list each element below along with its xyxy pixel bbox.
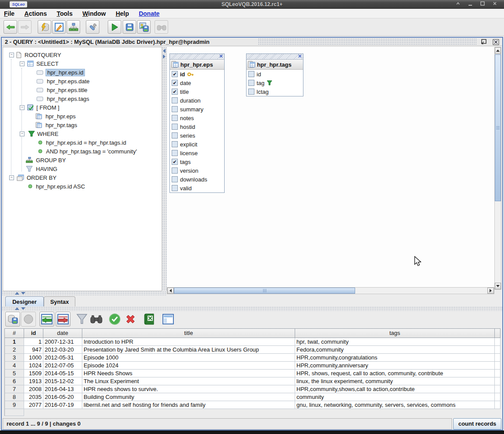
tree-node-select[interactable]: − SELECT (3, 59, 59, 68)
frame-close-button[interactable] (491, 38, 500, 46)
stop-button[interactable] (21, 312, 36, 327)
cell-date[interactable]: 2007-12-31 (43, 338, 82, 346)
checkbox[interactable] (172, 124, 178, 130)
cell-tags[interactable]: linux, the linux experiment, community (295, 377, 495, 385)
menu-actions[interactable]: Actions (21, 9, 51, 18)
cell-id[interactable]: 2008 (24, 385, 43, 393)
field-row[interactable]: license (170, 149, 224, 157)
column-header-tags[interactable]: tags (295, 328, 495, 338)
checkbox[interactable] (172, 97, 178, 103)
checkbox[interactable]: ✔ (172, 71, 178, 77)
cell-date[interactable]: 2014-05-15 (43, 370, 82, 377)
cell-title[interactable]: Presentation by Jared Smith at the Colum… (82, 346, 295, 354)
checkbox[interactable] (172, 132, 178, 139)
rollback-button[interactable] (123, 312, 138, 327)
table-row[interactable]: 6 1913 2015-12-02 The Linux Experiment l… (4, 377, 500, 385)
cell-tags[interactable]: community (295, 393, 495, 401)
tree-diagram-splitter[interactable] (162, 47, 167, 291)
tree-node-where[interactable]: − WHERE (3, 129, 58, 138)
checkbox[interactable]: ✔ (172, 159, 178, 165)
cell-date[interactable]: 2012-05-31 (43, 354, 82, 362)
checkbox[interactable] (248, 71, 254, 77)
field-row[interactable]: ✔date (170, 78, 224, 87)
field-row[interactable]: series (170, 131, 224, 140)
fetch-next-button[interactable] (56, 312, 70, 327)
menu-file[interactable]: File (0, 9, 18, 18)
cell-num[interactable]: 9 (4, 401, 24, 409)
cell-tags[interactable]: HPR,community,shows,call to action,contr… (295, 385, 495, 393)
tree-node-condition[interactable]: AND hpr_hpr.tags.tag = 'community' (3, 147, 137, 156)
pin-db-button[interactable] (5, 312, 20, 327)
cell-tags[interactable]: HPR,community,anniversary (295, 362, 495, 370)
diagram-vscrollbar[interactable] (494, 47, 501, 290)
tab-designer[interactable]: Designer (5, 296, 44, 307)
scroll-up-button[interactable] (495, 47, 501, 54)
cell-tags[interactable]: HPR,community,congratulations (295, 354, 495, 362)
hscrollbar-thumb[interactable] (174, 288, 355, 294)
table-row[interactable]: 3 1000 2012-05-31 Episode 1000 HPR,commu… (4, 354, 500, 362)
checkbox[interactable] (172, 185, 178, 191)
field-row[interactable]: explicit (170, 140, 224, 149)
field-row[interactable]: ✔title (170, 87, 224, 96)
scroll-left-button[interactable] (167, 288, 174, 294)
checkbox[interactable] (248, 89, 254, 95)
cell-id[interactable]: 1 (24, 338, 43, 346)
checkbox[interactable] (172, 176, 178, 182)
cell-title[interactable]: Episode 1000 (82, 354, 295, 362)
new-query-button[interactable] (52, 20, 66, 34)
cell-date[interactable]: 2012-03-20 (43, 346, 82, 354)
checkbox[interactable]: ✔ (172, 89, 178, 95)
minimize-button[interactable] (468, 1, 477, 8)
field-row[interactable]: ✔id (170, 70, 224, 78)
card-drag-handle[interactable] (247, 54, 303, 60)
field-row[interactable]: duration (170, 96, 224, 105)
checkbox[interactable] (172, 141, 178, 147)
field-row[interactable]: tag (247, 78, 303, 87)
cell-date[interactable]: 2012-07-05 (43, 362, 82, 370)
back-button[interactable] (4, 20, 17, 34)
table-row[interactable]: 2 947 2012-03-20 Presentation by Jared S… (4, 346, 500, 354)
frame-restore-button[interactable] (479, 38, 488, 46)
cell-date[interactable]: 2016-04-13 (43, 385, 82, 393)
cell-date[interactable]: 2016-07-19 (43, 401, 82, 409)
table-card-eps[interactable]: hpr_hpr.eps ✔id ✔date ✔title duration su… (169, 53, 225, 193)
diagram-panel[interactable]: hpr_hpr.eps ✔id ✔date ✔title duration su… (167, 47, 494, 287)
tree-node-condition[interactable]: hpr_hpr.eps.id = hpr_hpr.tags.id (3, 138, 126, 147)
field-row[interactable]: valid (170, 184, 224, 192)
checkbox[interactable] (248, 80, 254, 86)
forward-button[interactable] (18, 20, 32, 34)
card-close-icon[interactable] (219, 54, 223, 58)
tree-node-groupby[interactable]: GROUP BY (3, 156, 66, 164)
tree-node-orderby[interactable]: − ORDER BY (3, 173, 56, 182)
fetch-previous-button[interactable] (39, 312, 54, 327)
checkbox[interactable] (172, 150, 178, 156)
cell-id[interactable]: 1913 (24, 377, 43, 385)
schema-button[interactable] (67, 20, 80, 34)
expander-icon[interactable]: − (20, 61, 25, 66)
menu-tools[interactable]: Tools (53, 9, 76, 18)
tree-node-column[interactable]: hpr_hpr.eps.date (3, 77, 90, 85)
cell-num[interactable]: 3 (4, 354, 24, 362)
grid-splitter[interactable] (2, 306, 502, 311)
tree-node-from[interactable]: − [ FROM ] (3, 103, 60, 112)
find-button[interactable] (89, 312, 104, 327)
save-as-button[interactable] (137, 20, 151, 34)
expander-icon[interactable]: − (9, 53, 14, 57)
field-row[interactable]: lctag (247, 87, 303, 96)
cell-num[interactable]: 7 (4, 385, 24, 393)
field-row[interactable]: ✔tags (170, 157, 224, 166)
maximize-button[interactable] (480, 1, 490, 8)
menu-window[interactable]: Window (78, 9, 110, 18)
cell-num[interactable]: 1 (4, 338, 24, 346)
count-records-button[interactable]: count records (453, 418, 501, 430)
scroll-right-button[interactable] (487, 288, 494, 294)
cell-title[interactable]: Introduction to HPR (82, 338, 295, 346)
expander-icon[interactable]: − (20, 105, 25, 110)
os-titlebar[interactable]: SQLeoVQB.2016.12.rc1+ SQLeo (0, 0, 504, 9)
designer-splitter[interactable] (2, 291, 167, 295)
record-form-button[interactable] (161, 312, 176, 327)
collapse-left-icon[interactable] (163, 49, 166, 53)
tree-node-column[interactable]: hpr_hpr.eps.tags (3, 94, 89, 103)
table-row[interactable]: 9 2077 2016-07-19 libernil.net and self … (4, 401, 500, 409)
search-button[interactable] (155, 20, 168, 34)
